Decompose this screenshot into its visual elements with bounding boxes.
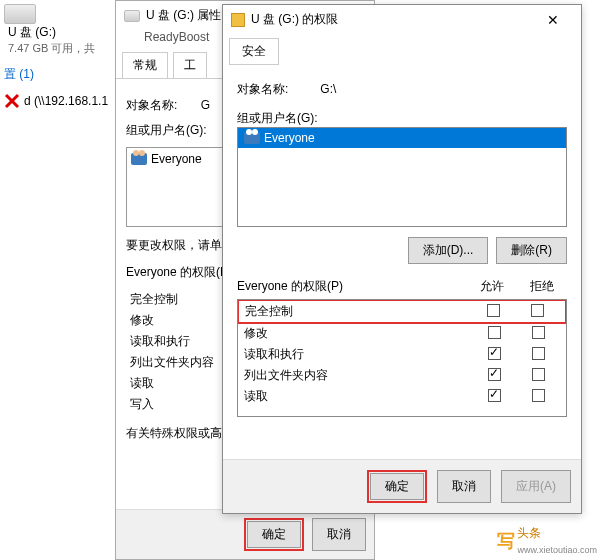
users-icon <box>131 153 147 165</box>
permission-row: 读取和执行 <box>238 344 566 365</box>
allow-checkbox[interactable] <box>487 304 500 317</box>
drive-item[interactable]: U 盘 (G:) 7.47 GB 可用，共 <box>0 0 120 60</box>
tab-tools[interactable]: 工 <box>173 52 207 78</box>
cancel-button[interactable]: 取消 <box>312 518 366 551</box>
allow-checkbox[interactable] <box>488 389 501 402</box>
object-name-row: 对象名称: G:\ <box>237 81 567 98</box>
permission-row: 读取 <box>238 386 566 407</box>
permissions-dialog: U 盘 (G:) 的权限 ✕ 安全 对象名称: G:\ 组或用户名(G): Ev… <box>222 4 582 514</box>
watermark: 写 头条 www.xietoutiao.com <box>497 525 597 556</box>
drive-subtitle: 7.47 GB 可用，共 <box>4 41 116 56</box>
usb-drive-icon <box>124 10 140 22</box>
security-tabs: 安全 <box>229 38 575 65</box>
ok-button[interactable]: 确定 <box>247 521 301 548</box>
network-drive-item[interactable]: d (\\192.168.1.1 <box>0 89 120 113</box>
error-x-icon <box>4 93 20 109</box>
highlight-box: 确定 <box>244 518 304 551</box>
permissions-grid-header: Everyone 的权限(P) 允许 拒绝 <box>237 274 567 299</box>
group-users-label: 组或用户名(G): <box>237 110 567 127</box>
close-button[interactable]: ✕ <box>533 12 573 28</box>
permissions-title: U 盘 (G:) 的权限 <box>251 11 338 28</box>
allow-checkbox[interactable] <box>488 368 501 381</box>
allow-checkbox[interactable] <box>488 326 501 339</box>
group-users-list[interactable]: Everyone <box>237 127 567 227</box>
users-icon <box>244 132 260 144</box>
network-drive-label: d (\\192.168.1.1 <box>24 94 108 108</box>
highlight-box: 确定 <box>367 470 427 503</box>
allow-checkbox[interactable] <box>488 347 501 360</box>
drive-title: U 盘 (G:) <box>4 24 116 41</box>
properties-footer: 确定 取消 <box>116 509 374 559</box>
sidebar-link[interactable]: 置 (1) <box>0 60 120 89</box>
usb-drive-icon <box>4 4 36 24</box>
deny-checkbox[interactable] <box>532 389 545 402</box>
permissions-titlebar[interactable]: U 盘 (G:) 的权限 ✕ <box>223 5 581 34</box>
deny-checkbox[interactable] <box>532 347 545 360</box>
add-button[interactable]: 添加(D)... <box>408 237 489 264</box>
folder-icon <box>231 13 245 27</box>
ok-button[interactable]: 确定 <box>370 473 424 500</box>
tab-security[interactable]: 安全 <box>229 38 279 65</box>
permissions-footer: 确定 取消 应用(A) <box>223 459 581 513</box>
deny-checkbox[interactable] <box>532 368 545 381</box>
list-item-selected[interactable]: Everyone <box>238 128 566 148</box>
background-pane: U 盘 (G:) 7.47 GB 可用，共 置 (1) d (\\192.168… <box>0 0 120 113</box>
cancel-button[interactable]: 取消 <box>437 470 491 503</box>
permission-row: 完全控制 <box>237 299 567 324</box>
permission-row: 修改 <box>238 323 566 344</box>
tab-general[interactable]: 常规 <box>122 52 168 78</box>
deny-checkbox[interactable] <box>532 326 545 339</box>
properties-title: U 盘 (G:) 属性 <box>146 7 221 24</box>
permission-row: 列出文件夹内容 <box>238 365 566 386</box>
remove-button[interactable]: 删除(R) <box>496 237 567 264</box>
deny-checkbox[interactable] <box>531 304 544 317</box>
permissions-grid[interactable]: 完全控制修改读取和执行列出文件夹内容读取 <box>237 299 567 417</box>
apply-button[interactable]: 应用(A) <box>501 470 571 503</box>
